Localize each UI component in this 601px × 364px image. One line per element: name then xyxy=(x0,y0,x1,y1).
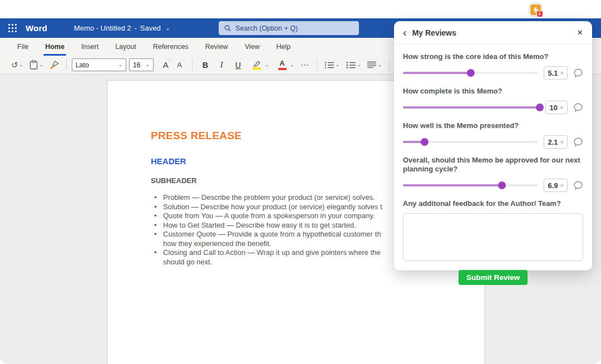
comment-bubble-icon[interactable] xyxy=(573,68,583,78)
slider-fill xyxy=(403,184,502,186)
shrink-font-label: A xyxy=(177,61,182,69)
score-value-box[interactable]: 10 × xyxy=(545,101,568,114)
grow-font-label: A xyxy=(163,60,169,70)
bullet-list-icon xyxy=(324,61,334,69)
tab-help[interactable]: Help xyxy=(268,38,299,56)
panel-header: ‹ My Reviews ✕ xyxy=(394,21,592,45)
bold-button[interactable]: B xyxy=(198,59,213,71)
score-value-box[interactable]: 6.9 × xyxy=(544,179,568,192)
score-slider[interactable] xyxy=(403,106,540,109)
undo-button[interactable]: ↺ ⌄ xyxy=(9,59,26,71)
tab-view[interactable]: View xyxy=(237,38,268,56)
question-label: How complete is this Memo? xyxy=(403,87,583,96)
numbered-list-icon xyxy=(346,61,356,69)
tab-home[interactable]: Home xyxy=(37,38,73,56)
browser-top-strip: 1 xyxy=(0,0,601,18)
comment-bubble-icon[interactable] xyxy=(573,102,583,112)
score-slider[interactable] xyxy=(403,184,538,186)
caret-down-icon: ˇ xyxy=(183,59,185,64)
bullet-list-button[interactable]: ⌄ xyxy=(322,60,342,71)
font-color-button[interactable]: A ⌄ xyxy=(273,57,297,73)
chevron-down-icon: ⌄ xyxy=(145,62,150,67)
my-reviews-panel: ‹ My Reviews ✕ How strong is the core id… xyxy=(394,21,592,270)
score-value: 6.9 xyxy=(548,181,558,190)
chevron-down-icon: ⌄ xyxy=(39,62,43,67)
feedback-textarea[interactable] xyxy=(403,213,583,261)
clear-score-icon[interactable]: × xyxy=(560,139,564,145)
highlighter-icon xyxy=(250,60,264,71)
tab-review[interactable]: Review xyxy=(197,38,237,56)
slider-handle[interactable] xyxy=(498,181,506,189)
grow-font-button[interactable]: Aˆ xyxy=(161,58,174,71)
app-launcher-button[interactable] xyxy=(0,18,26,38)
search-bar[interactable] xyxy=(219,21,359,35)
ribbon-tab-label: Home xyxy=(45,43,65,51)
doc-title-text: Memo - Untitled 2 xyxy=(74,24,131,32)
clear-score-icon[interactable]: × xyxy=(560,182,564,189)
font-color-icon: A xyxy=(275,58,289,71)
chevron-down-icon: ⌄ xyxy=(265,62,269,67)
extension-icon: 1 xyxy=(530,4,541,15)
score-slider[interactable] xyxy=(403,141,538,143)
highlight-color-button[interactable]: ⌄ xyxy=(248,58,272,72)
tab-insert[interactable]: Insert xyxy=(73,38,107,56)
notification-badge: 1 xyxy=(536,11,543,17)
search-icon xyxy=(224,24,231,32)
caret-up-icon: ˆ xyxy=(170,59,171,64)
more-icon: ⋯ xyxy=(300,61,309,69)
extension-button[interactable]: 1 xyxy=(528,2,543,17)
review-question: How well is the Memo presented? 2.1 × xyxy=(403,121,583,149)
score-value-box[interactable]: 5.1 × xyxy=(544,66,568,80)
search-input[interactable] xyxy=(235,24,353,32)
slider-handle[interactable] xyxy=(421,138,428,146)
format-painter-icon xyxy=(50,61,59,70)
score-slider[interactable] xyxy=(403,72,538,74)
toolbar-divider xyxy=(66,59,67,71)
panel-title: My Reviews xyxy=(412,28,456,37)
tab-layout[interactable]: Layout xyxy=(107,38,145,56)
ribbon-tab-label: Insert xyxy=(81,43,98,51)
align-button[interactable]: ⌄ xyxy=(365,60,384,70)
ribbon-tab-label: Review xyxy=(205,43,228,51)
score-value-box[interactable]: 2.1 × xyxy=(544,135,568,149)
ribbon-tab-label: File xyxy=(17,43,28,51)
more-formatting-button[interactable]: ⋯ xyxy=(298,59,312,71)
paste-button[interactable]: ⌄ xyxy=(27,58,46,71)
italic-button[interactable]: I xyxy=(215,58,229,71)
underline-button[interactable]: U xyxy=(230,59,246,71)
toolbar-divider xyxy=(389,59,390,71)
document-title[interactable]: Memo - Untitled 2 - Saved ⌄ xyxy=(74,24,170,32)
back-icon[interactable]: ‹ xyxy=(403,27,407,38)
font-name-select[interactable]: Lato ⌄ xyxy=(72,58,126,71)
clear-score-icon[interactable]: × xyxy=(560,70,564,76)
numbered-list-button[interactable]: ⌄ xyxy=(344,60,364,71)
slider-fill xyxy=(403,106,540,109)
chevron-down-icon: ⌄ xyxy=(357,62,362,67)
slider-row: 5.1 × xyxy=(403,66,583,80)
align-justify-icon xyxy=(367,61,376,68)
app-window: 1 Word Memo - Untitled 2 - Saved ⌄ File … xyxy=(0,0,601,364)
app-name[interactable]: Word xyxy=(26,23,47,33)
slider-row: 2.1 × xyxy=(403,135,583,149)
feedback-label: Any additonal feedback for the Author/ T… xyxy=(403,199,583,208)
score-value: 2.1 xyxy=(548,138,558,146)
clear-score-icon[interactable]: × xyxy=(560,104,563,111)
tab-references[interactable]: References xyxy=(145,38,197,56)
comment-bubble-icon[interactable] xyxy=(573,137,583,147)
score-value: 10 xyxy=(550,104,558,112)
toolbar-divider xyxy=(317,59,317,71)
submit-review-button[interactable]: Submit Review xyxy=(459,270,528,285)
slider-handle[interactable] xyxy=(467,69,475,77)
slider-handle[interactable] xyxy=(536,104,544,111)
shrink-font-button[interactable]: Aˇ xyxy=(175,59,186,71)
chevron-down-icon: ⌄ xyxy=(165,24,170,32)
tab-file[interactable]: File xyxy=(9,38,37,56)
close-icon[interactable]: ✕ xyxy=(577,28,583,37)
font-size-select[interactable]: 16 ⌄ xyxy=(129,58,154,71)
submit-row: Submit Review xyxy=(403,270,583,285)
format-painter-button[interactable] xyxy=(47,59,61,71)
comment-bubble-icon[interactable] xyxy=(573,180,583,190)
question-label: How strong is the core idea of this Memo… xyxy=(403,52,583,61)
toolbar-divider xyxy=(192,59,193,71)
review-question: How complete is this Memo? 10 × xyxy=(403,87,583,114)
